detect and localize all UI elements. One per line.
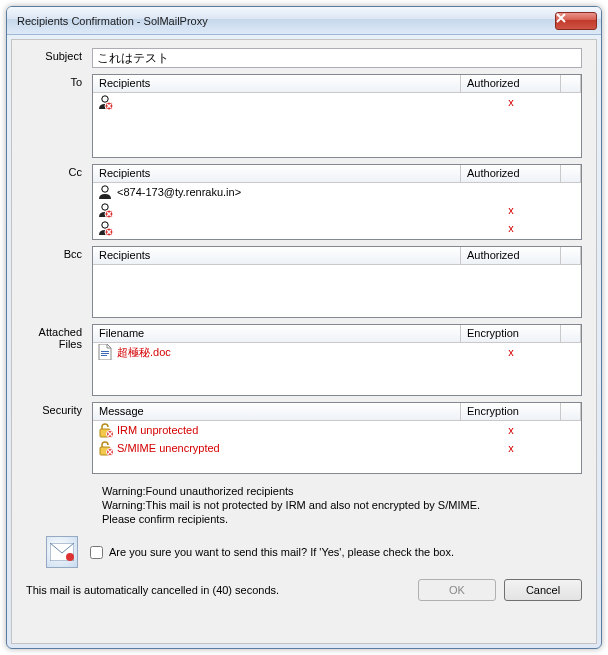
bcc-label: Bcc: [26, 246, 92, 318]
col-encryption[interactable]: Encryption: [461, 403, 561, 420]
table-row[interactable]: S/MIME unencrypted x: [93, 439, 581, 457]
subject-input[interactable]: [92, 48, 582, 68]
person-icon: [97, 202, 113, 218]
to-label: To: [26, 74, 92, 158]
cell-text: IRM unprotected: [117, 424, 198, 436]
cc-label: Cc: [26, 164, 92, 240]
security-label: Security: [26, 402, 92, 474]
files-grid[interactable]: Filename Encryption 超極秘.doc x: [92, 324, 582, 396]
bcc-row: Bcc Recipients Authorized: [26, 246, 582, 318]
svg-point-2: [102, 186, 108, 192]
cc-grid-body[interactable]: <874-173@ty.renraku.in> x x: [93, 183, 581, 239]
svg-rect-7: [101, 351, 109, 352]
files-label: Attached Files: [26, 324, 92, 396]
security-grid[interactable]: Message Encryption IRM unprotected x S/M…: [92, 402, 582, 474]
cell-text: <874-173@ty.renraku.in>: [117, 186, 241, 198]
confirm-label: Are you sure you want to send this mail?…: [109, 546, 454, 558]
table-row[interactable]: <874-173@ty.renraku.in>: [93, 183, 581, 201]
table-row[interactable]: x: [93, 219, 581, 237]
warning-line: Please confirm recipients.: [102, 512, 582, 526]
svg-point-0: [102, 96, 108, 102]
cc-row: Cc Recipients Authorized <874-173@ty.ren…: [26, 164, 582, 240]
cell-auth: x: [461, 346, 561, 358]
cell-text: S/MIME unencrypted: [117, 442, 220, 454]
col-encryption[interactable]: Encryption: [461, 325, 561, 342]
cell-text: 超極秘.doc: [117, 345, 171, 360]
person-icon: [97, 184, 113, 200]
col-filename[interactable]: Filename: [93, 325, 461, 342]
col-authorized[interactable]: Authorized: [461, 75, 561, 92]
cell-auth: x: [461, 442, 561, 454]
bcc-grid-header: Recipients Authorized: [93, 247, 581, 265]
files-row: Attached Files Filename Encryption 超極秘.d…: [26, 324, 582, 396]
col-spacer: [561, 75, 581, 92]
table-row[interactable]: x: [93, 201, 581, 219]
col-recipients[interactable]: Recipients: [93, 247, 461, 264]
person-icon: [97, 94, 113, 110]
col-spacer: [561, 165, 581, 182]
cell-auth: x: [461, 222, 561, 234]
close-icon: [556, 13, 566, 23]
to-grid[interactable]: Recipients Authorized x: [92, 74, 582, 158]
to-grid-header: Recipients Authorized: [93, 75, 581, 93]
cell-auth: x: [461, 204, 561, 216]
col-recipients[interactable]: Recipients: [93, 75, 461, 92]
table-row[interactable]: x: [93, 93, 581, 111]
svg-rect-8: [101, 353, 109, 354]
cc-grid-header: Recipients Authorized: [93, 165, 581, 183]
col-message[interactable]: Message: [93, 403, 461, 420]
svg-point-15: [66, 553, 74, 561]
ok-button[interactable]: OK: [418, 579, 496, 601]
svg-point-3: [102, 204, 108, 210]
person-icon: [97, 220, 113, 236]
footer: This mail is automatically cancelled in …: [26, 568, 582, 601]
col-spacer: [561, 403, 581, 420]
svg-rect-9: [101, 355, 107, 356]
svg-point-5: [102, 222, 108, 228]
table-row[interactable]: IRM unprotected x: [93, 421, 581, 439]
cell-auth: x: [461, 96, 561, 108]
confirm-row: Are you sure you want to send this mail?…: [46, 536, 582, 568]
col-authorized[interactable]: Authorized: [461, 247, 561, 264]
bcc-grid[interactable]: Recipients Authorized: [92, 246, 582, 318]
col-recipients[interactable]: Recipients: [93, 165, 461, 182]
unlock-icon: [97, 440, 113, 456]
close-button[interactable]: [555, 12, 597, 30]
cell-auth: x: [461, 424, 561, 436]
security-row: Security Message Encryption IRM unprotec…: [26, 402, 582, 474]
table-row[interactable]: 超極秘.doc x: [93, 343, 581, 361]
col-authorized[interactable]: Authorized: [461, 165, 561, 182]
cc-grid[interactable]: Recipients Authorized <874-173@ty.renrak…: [92, 164, 582, 240]
security-grid-header: Message Encryption: [93, 403, 581, 421]
cancel-button[interactable]: Cancel: [504, 579, 582, 601]
client-area: Subject To Recipients Authorized x: [11, 39, 597, 644]
subject-row: Subject: [26, 48, 582, 68]
titlebar[interactable]: Recipients Confirmation - SolMailProxy: [7, 7, 601, 35]
warning-line: Warning:This mail is not protected by IR…: [102, 498, 582, 512]
warning-line: Warning:Found unauthorized recipients: [102, 484, 582, 498]
dialog-window: Recipients Confirmation - SolMailProxy S…: [6, 6, 602, 649]
subject-label: Subject: [26, 48, 92, 68]
mail-icon: [46, 536, 78, 568]
countdown-text: This mail is automatically cancelled in …: [26, 584, 410, 596]
to-row: To Recipients Authorized x: [26, 74, 582, 158]
warning-text: Warning:Found unauthorized recipientsWar…: [102, 484, 582, 526]
files-grid-body[interactable]: 超極秘.doc x: [93, 343, 581, 395]
unlock-icon: [97, 422, 113, 438]
bcc-grid-body[interactable]: [93, 265, 581, 317]
files-grid-header: Filename Encryption: [93, 325, 581, 343]
col-spacer: [561, 325, 581, 342]
security-grid-body[interactable]: IRM unprotected x S/MIME unencrypted x: [93, 421, 581, 473]
confirm-checkbox[interactable]: [90, 546, 103, 559]
document-icon: [97, 344, 113, 360]
window-title: Recipients Confirmation - SolMailProxy: [17, 15, 555, 27]
to-grid-body[interactable]: x: [93, 93, 581, 157]
col-spacer: [561, 247, 581, 264]
